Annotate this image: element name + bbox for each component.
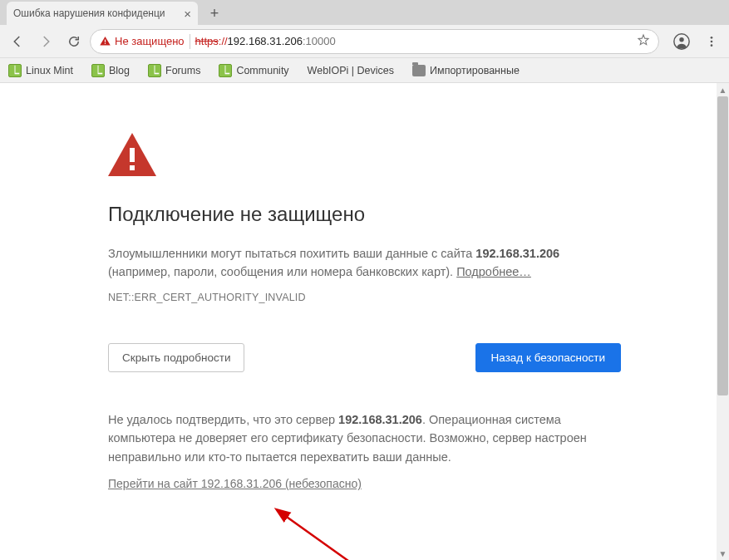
bookmarks-bar: ⎿ Linux Mint ⎿ Blog ⎿ Forums ⎿ Community… — [0, 58, 729, 83]
bookmark-label: WebIOPi | Devices — [308, 65, 394, 76]
svg-point-6 — [711, 44, 713, 47]
svg-point-4 — [711, 37, 713, 39]
kebab-icon — [705, 35, 718, 48]
profile-button[interactable] — [669, 29, 694, 54]
annotation-arrow-icon — [274, 507, 382, 560]
reload-button[interactable] — [62, 29, 86, 54]
linuxmint-icon: ⎿ — [148, 64, 161, 77]
bookmark-label: Linux Mint — [26, 65, 73, 76]
linuxmint-icon: ⎿ — [91, 64, 105, 77]
url-display: https://192.168.31.206:10000 — [195, 35, 336, 47]
bookmark-item-imported-folder[interactable]: Импортированные — [409, 62, 523, 79]
bookmark-item-blog[interactable]: ⎿ Blog — [88, 61, 133, 80]
forward-button[interactable] — [33, 29, 58, 54]
bookmark-item-linuxmint[interactable]: ⎿ Linux Mint — [5, 61, 76, 80]
svg-line-9 — [284, 515, 366, 560]
new-tab-button[interactable]: + — [203, 2, 226, 25]
linuxmint-icon: ⎿ — [219, 64, 232, 77]
bookmark-label: Импортированные — [430, 65, 520, 76]
browser-tab[interactable]: Ошибка нарушения конфиденци × — [7, 2, 198, 25]
bookmark-star-button[interactable] — [637, 33, 650, 49]
learn-more-link[interactable]: Подробнее… — [456, 265, 531, 278]
scrollbar-thumb[interactable] — [717, 96, 728, 395]
reload-icon — [66, 34, 81, 49]
bookmark-item-forums[interactable]: ⎿ Forums — [145, 61, 204, 80]
scroll-up-icon[interactable]: ▲ — [717, 83, 729, 96]
bookmark-label: Community — [236, 65, 288, 76]
svg-point-5 — [711, 40, 713, 42]
linuxmint-icon: ⎿ — [8, 64, 22, 77]
warning-triangle-icon — [108, 133, 621, 179]
proceed-unsafe-link[interactable]: Перейти на сайт 192.168.31.206 (небезопа… — [108, 477, 362, 490]
menu-button[interactable] — [699, 29, 724, 54]
bookmark-label: Forums — [165, 65, 200, 76]
scroll-down-icon[interactable]: ▼ — [717, 547, 729, 560]
svg-point-3 — [679, 37, 684, 42]
not-secure-label: Не защищено — [115, 35, 185, 47]
security-indicator[interactable]: Не защищено — [99, 34, 190, 49]
plus-icon: + — [210, 5, 219, 22]
host-bold: 192.168.31.206 — [475, 247, 559, 260]
bookmark-item-webiopi[interactable]: WebIOPi | Devices — [304, 62, 397, 79]
scrollbar[interactable]: ▲ ▼ — [717, 83, 729, 560]
warning-triangle-icon — [99, 35, 111, 47]
button-row: Скрыть подробности Назад к безопасности — [108, 343, 621, 372]
tab-bar: Ошибка нарушения конфиденци × + — [0, 0, 729, 25]
tab-title: Ошибка нарушения конфиденци — [13, 7, 177, 19]
page-heading: Подключение не защищено — [108, 203, 621, 226]
svg-rect-7 — [130, 148, 135, 162]
host-bold: 192.168.31.206 — [338, 413, 422, 426]
back-button[interactable] — [5, 29, 30, 54]
svg-rect-8 — [130, 165, 135, 170]
browser-toolbar: Не защищено https://192.168.31.206:10000 — [0, 25, 729, 58]
folder-icon — [412, 65, 426, 76]
close-tab-icon[interactable]: × — [184, 7, 191, 20]
warning-paragraph: Злоумышленники могут пытаться похитить в… — [108, 244, 621, 282]
url-host: 192.168.31.206 — [228, 35, 303, 47]
url-scheme: https — [195, 35, 219, 47]
url-port: :10000 — [303, 35, 336, 47]
svg-rect-1 — [105, 43, 106, 44]
arrow-left-icon — [10, 34, 25, 49]
bookmark-label: Blog — [109, 65, 130, 76]
error-code: NET::ERR_CERT_AUTHORITY_INVALID — [108, 292, 621, 303]
arrow-right-icon — [38, 34, 53, 49]
star-icon — [637, 33, 650, 47]
address-bar[interactable]: Не защищено https://192.168.31.206:10000 — [90, 29, 659, 54]
bookmark-item-community[interactable]: ⎿ Community — [215, 61, 292, 80]
person-icon — [672, 32, 691, 51]
details-paragraph: Не удалось подтвердить, что это сервер 1… — [108, 410, 621, 466]
hide-details-button[interactable]: Скрыть подробности — [108, 343, 244, 372]
svg-rect-0 — [105, 40, 106, 42]
back-to-safety-button[interactable]: Назад к безопасности — [475, 343, 621, 372]
page-content: Подключение не защищено Злоумышленники м… — [0, 83, 729, 560]
